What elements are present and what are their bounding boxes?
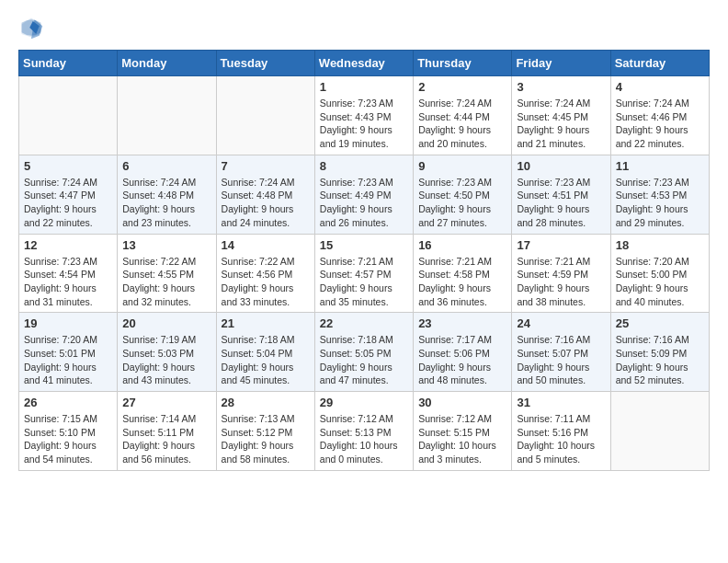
- day-info: Sunrise: 7:23 AM Sunset: 4:53 PM Dayligh…: [616, 176, 704, 230]
- day-info: Sunrise: 7:21 AM Sunset: 4:57 PM Dayligh…: [320, 255, 408, 309]
- calendar-cell: 4Sunrise: 7:24 AM Sunset: 4:46 PM Daylig…: [610, 76, 709, 155]
- day-info: Sunrise: 7:24 AM Sunset: 4:48 PM Dayligh…: [222, 176, 310, 230]
- day-number: 1: [320, 80, 408, 94]
- day-info: Sunrise: 7:21 AM Sunset: 4:58 PM Dayligh…: [418, 255, 506, 309]
- calendar-cell: [19, 76, 118, 155]
- calendar-cell: 15Sunrise: 7:21 AM Sunset: 4:57 PM Dayli…: [314, 234, 413, 313]
- day-info: Sunrise: 7:12 AM Sunset: 5:15 PM Dayligh…: [418, 412, 506, 466]
- day-number: 9: [418, 159, 506, 173]
- calendar-cell: 13Sunrise: 7:22 AM Sunset: 4:55 PM Dayli…: [118, 234, 216, 313]
- calendar-cell: 5Sunrise: 7:24 AM Sunset: 4:47 PM Daylig…: [19, 155, 118, 234]
- day-number: 30: [418, 396, 506, 409]
- calendar-cell: 24Sunrise: 7:16 AM Sunset: 5:07 PM Dayli…: [512, 313, 610, 392]
- day-number: 7: [222, 159, 310, 173]
- calendar-cell: 17Sunrise: 7:21 AM Sunset: 4:59 PM Dayli…: [512, 234, 610, 313]
- day-info: Sunrise: 7:24 AM Sunset: 4:46 PM Dayligh…: [616, 97, 704, 151]
- day-number: 16: [418, 238, 506, 252]
- weekday-header-saturday: Saturday: [610, 51, 709, 76]
- day-number: 6: [122, 159, 210, 173]
- day-info: Sunrise: 7:12 AM Sunset: 5:13 PM Dayligh…: [320, 412, 408, 466]
- day-number: 3: [517, 80, 605, 94]
- calendar-cell: [216, 76, 314, 155]
- header: [18, 15, 710, 40]
- day-info: Sunrise: 7:18 AM Sunset: 5:04 PM Dayligh…: [222, 333, 310, 387]
- day-number: 28: [222, 396, 310, 409]
- day-info: Sunrise: 7:23 AM Sunset: 4:54 PM Dayligh…: [24, 255, 112, 309]
- calendar-week-3: 12Sunrise: 7:23 AM Sunset: 4:54 PM Dayli…: [19, 234, 710, 313]
- day-info: Sunrise: 7:22 AM Sunset: 4:55 PM Dayligh…: [122, 255, 210, 309]
- calendar-cell: 25Sunrise: 7:16 AM Sunset: 5:09 PM Dayli…: [610, 313, 709, 392]
- calendar-week-1: 1Sunrise: 7:23 AM Sunset: 4:43 PM Daylig…: [19, 76, 710, 155]
- calendar-cell: 28Sunrise: 7:13 AM Sunset: 5:12 PM Dayli…: [216, 392, 314, 471]
- calendar-cell: 23Sunrise: 7:17 AM Sunset: 5:06 PM Dayli…: [414, 313, 512, 392]
- day-number: 14: [222, 238, 310, 252]
- calendar-cell: 22Sunrise: 7:18 AM Sunset: 5:05 PM Dayli…: [314, 313, 413, 392]
- calendar-cell: 9Sunrise: 7:23 AM Sunset: 4:50 PM Daylig…: [414, 155, 512, 234]
- day-number: 20: [122, 316, 210, 330]
- calendar-cell: 29Sunrise: 7:12 AM Sunset: 5:13 PM Dayli…: [314, 392, 413, 471]
- weekday-header-thursday: Thursday: [414, 51, 512, 76]
- calendar-cell: 3Sunrise: 7:24 AM Sunset: 4:45 PM Daylig…: [512, 76, 610, 155]
- day-number: 26: [24, 396, 112, 409]
- day-number: 31: [517, 396, 605, 409]
- calendar-week-5: 26Sunrise: 7:15 AM Sunset: 5:10 PM Dayli…: [19, 392, 710, 471]
- logo-icon: [18, 15, 44, 40]
- calendar-cell: 26Sunrise: 7:15 AM Sunset: 5:10 PM Dayli…: [19, 392, 118, 471]
- calendar-cell: 12Sunrise: 7:23 AM Sunset: 4:54 PM Dayli…: [19, 234, 118, 313]
- day-info: Sunrise: 7:16 AM Sunset: 5:07 PM Dayligh…: [517, 333, 605, 387]
- day-number: 18: [616, 238, 704, 252]
- calendar-cell: 16Sunrise: 7:21 AM Sunset: 4:58 PM Dayli…: [414, 234, 512, 313]
- calendar-cell: 2Sunrise: 7:24 AM Sunset: 4:44 PM Daylig…: [414, 76, 512, 155]
- calendar-cell: 1Sunrise: 7:23 AM Sunset: 4:43 PM Daylig…: [314, 76, 413, 155]
- calendar-cell: 14Sunrise: 7:22 AM Sunset: 4:56 PM Dayli…: [216, 234, 314, 313]
- day-number: 27: [122, 396, 210, 409]
- calendar-cell: 18Sunrise: 7:20 AM Sunset: 5:00 PM Dayli…: [610, 234, 709, 313]
- day-number: 15: [320, 238, 408, 252]
- calendar-week-2: 5Sunrise: 7:24 AM Sunset: 4:47 PM Daylig…: [19, 155, 710, 234]
- calendar-cell: 10Sunrise: 7:23 AM Sunset: 4:51 PM Dayli…: [512, 155, 610, 234]
- day-info: Sunrise: 7:15 AM Sunset: 5:10 PM Dayligh…: [24, 412, 112, 466]
- day-number: 11: [616, 159, 704, 173]
- day-info: Sunrise: 7:24 AM Sunset: 4:44 PM Dayligh…: [418, 97, 506, 151]
- weekday-header-tuesday: Tuesday: [216, 51, 314, 76]
- day-info: Sunrise: 7:24 AM Sunset: 4:45 PM Dayligh…: [517, 97, 605, 151]
- day-number: 12: [24, 238, 112, 252]
- day-number: 21: [222, 316, 310, 330]
- day-info: Sunrise: 7:23 AM Sunset: 4:43 PM Dayligh…: [320, 97, 408, 151]
- day-info: Sunrise: 7:19 AM Sunset: 5:03 PM Dayligh…: [122, 333, 210, 387]
- day-number: 25: [616, 316, 704, 330]
- calendar-cell: [118, 76, 216, 155]
- weekday-header-row: SundayMondayTuesdayWednesdayThursdayFrid…: [19, 51, 710, 76]
- day-number: 24: [517, 316, 605, 330]
- day-info: Sunrise: 7:16 AM Sunset: 5:09 PM Dayligh…: [616, 333, 704, 387]
- day-number: 5: [24, 159, 112, 173]
- weekday-header-wednesday: Wednesday: [314, 51, 413, 76]
- day-number: 10: [517, 159, 605, 173]
- day-number: 19: [24, 316, 112, 330]
- day-info: Sunrise: 7:14 AM Sunset: 5:11 PM Dayligh…: [122, 412, 210, 466]
- page: SundayMondayTuesdayWednesdayThursdayFrid…: [0, 0, 728, 486]
- day-number: 4: [616, 80, 704, 94]
- calendar-cell: 11Sunrise: 7:23 AM Sunset: 4:53 PM Dayli…: [610, 155, 709, 234]
- day-number: 23: [418, 316, 506, 330]
- day-info: Sunrise: 7:21 AM Sunset: 4:59 PM Dayligh…: [517, 255, 605, 309]
- calendar-cell: 19Sunrise: 7:20 AM Sunset: 5:01 PM Dayli…: [19, 313, 118, 392]
- weekday-header-sunday: Sunday: [19, 51, 118, 76]
- weekday-header-monday: Monday: [118, 51, 216, 76]
- day-info: Sunrise: 7:18 AM Sunset: 5:05 PM Dayligh…: [320, 333, 408, 387]
- day-info: Sunrise: 7:20 AM Sunset: 5:00 PM Dayligh…: [616, 255, 704, 309]
- day-number: 13: [122, 238, 210, 252]
- day-number: 17: [517, 238, 605, 252]
- day-info: Sunrise: 7:13 AM Sunset: 5:12 PM Dayligh…: [222, 412, 310, 466]
- calendar-cell: 7Sunrise: 7:24 AM Sunset: 4:48 PM Daylig…: [216, 155, 314, 234]
- calendar-cell: 27Sunrise: 7:14 AM Sunset: 5:11 PM Dayli…: [118, 392, 216, 471]
- day-info: Sunrise: 7:11 AM Sunset: 5:16 PM Dayligh…: [517, 412, 605, 466]
- calendar-cell: 31Sunrise: 7:11 AM Sunset: 5:16 PM Dayli…: [512, 392, 610, 471]
- day-info: Sunrise: 7:24 AM Sunset: 4:48 PM Dayligh…: [122, 176, 210, 230]
- calendar-cell: 8Sunrise: 7:23 AM Sunset: 4:49 PM Daylig…: [314, 155, 413, 234]
- calendar-cell: 21Sunrise: 7:18 AM Sunset: 5:04 PM Dayli…: [216, 313, 314, 392]
- day-info: Sunrise: 7:22 AM Sunset: 4:56 PM Dayligh…: [222, 255, 310, 309]
- day-info: Sunrise: 7:23 AM Sunset: 4:50 PM Dayligh…: [418, 176, 506, 230]
- weekday-header-friday: Friday: [512, 51, 610, 76]
- calendar-cell: 20Sunrise: 7:19 AM Sunset: 5:03 PM Dayli…: [118, 313, 216, 392]
